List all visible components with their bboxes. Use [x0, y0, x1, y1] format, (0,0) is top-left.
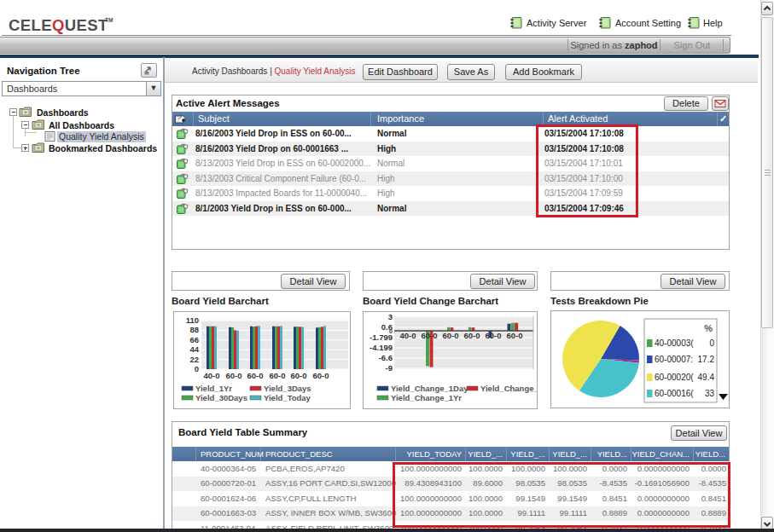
svg-text:-1.799: -1.799 [370, 332, 393, 342]
svg-text:33: 33 [705, 389, 715, 398]
svg-text:60-0: 60-0 [225, 371, 242, 380]
svg-text:Yield_Today: Yield_Today [264, 393, 311, 402]
svg-text:88: 88 [189, 325, 199, 334]
svg-text:66: 66 [189, 335, 199, 344]
svg-text:49.4: 49.4 [698, 373, 715, 382]
svg-text:-4.199: -4.199 [370, 343, 393, 352]
svg-text:60-0: 60-0 [421, 331, 437, 340]
svg-text:110: 110 [186, 315, 199, 325]
svg-text:Yield_Change_1Day: Yield_Change_1Day [391, 384, 468, 393]
svg-text:Yield_1Yr: Yield_1Yr [195, 384, 232, 393]
svg-text:60-0: 60-0 [290, 371, 306, 380]
svg-text:60-00007:: 60-00007: [655, 355, 693, 364]
svg-text:-9: -9 [386, 363, 393, 373]
svg-text:17.2: 17.2 [698, 355, 715, 364]
svg-text:Yield_Change_1Yr: Yield_Change_1Yr [391, 393, 462, 402]
svg-text:Yield_30Days: Yield_30Days [195, 393, 247, 402]
svg-text:22: 22 [189, 355, 199, 364]
svg-text:40-0: 40-0 [399, 331, 416, 340]
svg-text:Yield_3Days: Yield_3Days [264, 384, 311, 393]
svg-text:%: % [704, 323, 713, 333]
svg-text:60-0: 60-0 [442, 331, 458, 340]
svg-text:0: 0 [389, 328, 393, 334]
svg-text:60-0: 60-0 [463, 331, 480, 340]
svg-text:Yield_Change_3D: Yield_Change_3D [480, 384, 537, 393]
svg-text:40-00003(: 40-00003( [655, 338, 694, 348]
svg-text:44: 44 [189, 344, 199, 354]
svg-text:0: 0 [195, 364, 199, 373]
svg-text:3: 3 [388, 312, 393, 321]
svg-text:60-0: 60-0 [506, 331, 522, 340]
svg-text:60-00020(: 60-00020( [655, 373, 694, 382]
svg-text:60-0: 60-0 [312, 371, 329, 380]
svg-text:-6.6: -6.6 [379, 353, 393, 362]
svg-text:60-00016(: 60-00016( [655, 389, 694, 398]
svg-text:0: 0 [709, 338, 714, 348]
svg-text:60-0: 60-0 [247, 371, 263, 380]
svg-text:40-0: 40-0 [203, 371, 219, 380]
svg-text:60-0: 60-0 [269, 371, 285, 380]
svg-text:60-0: 60-0 [485, 331, 501, 340]
